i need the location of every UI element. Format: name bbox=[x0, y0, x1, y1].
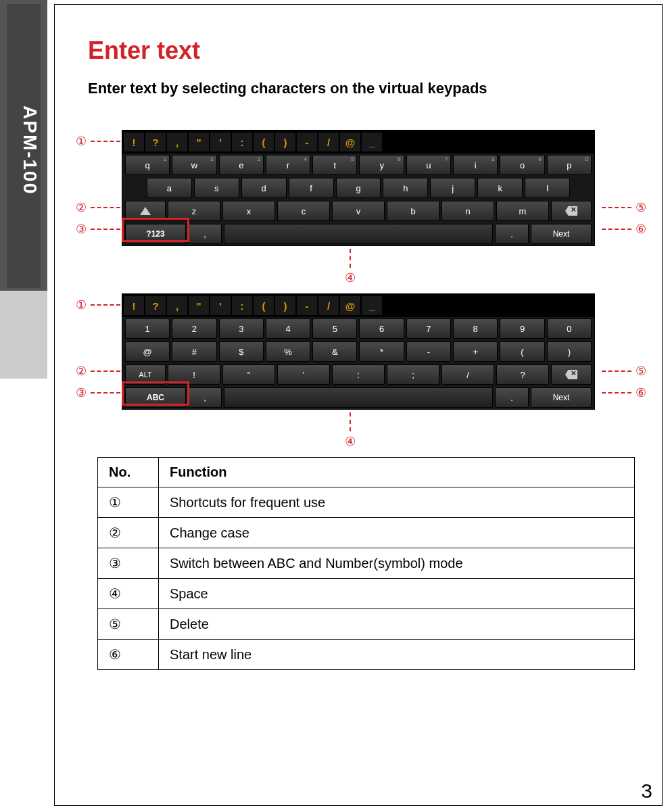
shortcut-key[interactable]: _ bbox=[362, 133, 382, 151]
shortcut-key[interactable]: " bbox=[189, 296, 209, 315]
key[interactable]: h bbox=[383, 178, 428, 198]
key[interactable]: , bbox=[188, 387, 222, 408]
shortcut-key[interactable]: : bbox=[232, 296, 252, 315]
key[interactable]: @ bbox=[125, 341, 170, 362]
key[interactable]: t5 bbox=[312, 155, 357, 175]
key[interactable]: : bbox=[332, 364, 385, 385]
table-cell-no: ④ bbox=[98, 579, 159, 609]
key[interactable]: 9 bbox=[500, 318, 544, 339]
key[interactable]: w2 bbox=[172, 155, 216, 175]
key[interactable]: a bbox=[147, 178, 192, 198]
key[interactable]: 0 bbox=[547, 318, 592, 339]
key[interactable]: s bbox=[194, 178, 239, 198]
shortcut-key[interactable]: @ bbox=[340, 296, 360, 315]
key[interactable]: m bbox=[496, 201, 549, 221]
key[interactable]: 6 bbox=[359, 318, 404, 339]
shortcut-key[interactable]: , bbox=[167, 133, 187, 151]
key[interactable]: ( bbox=[500, 341, 544, 362]
key[interactable]: c bbox=[277, 201, 330, 221]
key[interactable]: 4 bbox=[266, 318, 310, 339]
key[interactable]: r4 bbox=[266, 155, 310, 175]
key[interactable]: % bbox=[266, 341, 310, 362]
keyboard-num: !?,"':()-/@_1234567890@#$%&*-+()ALT!"':;… bbox=[122, 293, 595, 410]
key[interactable]: u7 bbox=[406, 155, 451, 175]
key[interactable]: & bbox=[312, 341, 357, 362]
shortcut-key[interactable]: / bbox=[318, 133, 339, 151]
shortcut-key[interactable]: " bbox=[189, 133, 209, 151]
key[interactable]: e3 bbox=[219, 155, 264, 175]
key[interactable]: 2 bbox=[172, 318, 216, 339]
next-key[interactable]: Next bbox=[531, 387, 592, 408]
shortcut-key[interactable]: ) bbox=[275, 296, 295, 315]
callout-5-right: ⑤ bbox=[602, 200, 646, 215]
key[interactable]: $ bbox=[219, 341, 264, 362]
key[interactable]: b bbox=[387, 201, 439, 221]
key[interactable]: y6 bbox=[359, 155, 404, 175]
next-key[interactable]: Next bbox=[531, 224, 592, 244]
shortcut-key[interactable]: ! bbox=[124, 133, 144, 151]
shortcut-key[interactable]: , bbox=[167, 296, 187, 315]
page-number: 3 bbox=[641, 780, 652, 803]
key[interactable]: l bbox=[525, 178, 570, 198]
key[interactable]: ' bbox=[277, 364, 330, 385]
shortcut-key[interactable]: - bbox=[297, 133, 317, 151]
shortcut-key[interactable]: / bbox=[318, 296, 339, 315]
shortcut-key[interactable]: ? bbox=[145, 296, 166, 315]
shortcut-key[interactable]: ' bbox=[210, 296, 231, 315]
space-key[interactable] bbox=[224, 387, 493, 408]
key[interactable]: j bbox=[430, 178, 475, 198]
key[interactable]: . bbox=[495, 387, 529, 408]
key[interactable]: q1 bbox=[125, 155, 170, 175]
alt-key[interactable]: ALT bbox=[125, 364, 166, 385]
shortcut-key[interactable]: ? bbox=[145, 133, 166, 151]
key[interactable]: n bbox=[441, 201, 494, 221]
shortcut-key[interactable]: _ bbox=[362, 296, 382, 315]
backspace-key[interactable] bbox=[551, 201, 592, 221]
key[interactable]: * bbox=[359, 341, 404, 362]
key[interactable]: 1 bbox=[125, 318, 170, 339]
table-header-no: No. bbox=[98, 458, 159, 487]
shortcut-key[interactable]: ! bbox=[124, 296, 144, 315]
key[interactable]: x bbox=[222, 201, 275, 221]
key[interactable]: 3 bbox=[219, 318, 264, 339]
key[interactable]: p0 bbox=[547, 155, 592, 175]
key[interactable]: 8 bbox=[453, 318, 498, 339]
shortcut-key[interactable]: : bbox=[232, 133, 252, 151]
table-row: ①Shortcuts for frequent use bbox=[98, 487, 635, 518]
key[interactable]: d bbox=[241, 178, 287, 198]
key[interactable]: , bbox=[188, 224, 222, 244]
key[interactable]: k bbox=[477, 178, 523, 198]
shortcut-key[interactable]: - bbox=[297, 296, 317, 315]
key[interactable]: ! bbox=[168, 364, 220, 385]
key[interactable]: 5 bbox=[312, 318, 357, 339]
key[interactable]: + bbox=[453, 341, 498, 362]
shortcut-key[interactable]: ) bbox=[275, 133, 295, 151]
key[interactable]: 7 bbox=[406, 318, 451, 339]
key[interactable]: z bbox=[168, 201, 220, 221]
key[interactable]: # bbox=[172, 341, 216, 362]
key[interactable]: ? bbox=[496, 364, 549, 385]
key[interactable]: - bbox=[406, 341, 451, 362]
key[interactable]: v bbox=[332, 201, 385, 221]
shift-key[interactable] bbox=[125, 201, 166, 221]
shortcut-key[interactable]: ( bbox=[254, 296, 274, 315]
key[interactable]: " bbox=[222, 364, 275, 385]
key[interactable]: . bbox=[495, 224, 529, 244]
callout-4-bottom-b: ④ bbox=[345, 412, 356, 449]
shortcut-key[interactable]: ' bbox=[210, 133, 231, 151]
key[interactable]: f bbox=[289, 178, 334, 198]
mode-switch-key[interactable]: ?123 bbox=[125, 224, 186, 244]
backspace-key[interactable] bbox=[551, 364, 592, 385]
key[interactable]: i8 bbox=[453, 155, 498, 175]
key[interactable]: ; bbox=[387, 364, 439, 385]
space-key[interactable] bbox=[224, 224, 493, 244]
key[interactable]: g bbox=[336, 178, 381, 198]
shortcut-key[interactable]: @ bbox=[340, 133, 360, 151]
key[interactable]: o9 bbox=[500, 155, 544, 175]
keyboard-num-block: !?,"':()-/@_1234567890@#$%&*-+()ALT!"':;… bbox=[122, 293, 642, 410]
mode-switch-key[interactable]: ABC bbox=[125, 387, 186, 408]
key[interactable]: / bbox=[441, 364, 494, 385]
key[interactable]: ) bbox=[547, 341, 592, 362]
side-tab-label: APM-100 bbox=[7, 4, 41, 288]
shortcut-key[interactable]: ( bbox=[254, 133, 274, 151]
